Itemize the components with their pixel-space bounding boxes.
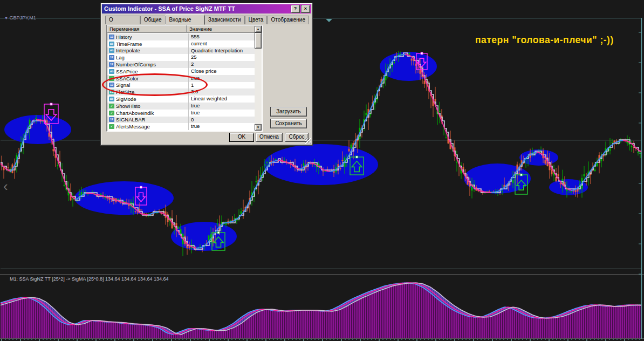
load-button[interactable]: Загрузить	[270, 107, 307, 117]
table-row[interactable]: abTimeFramecurrent	[107, 40, 255, 47]
param-type-icon: 12	[109, 62, 114, 67]
param-name: AlertsMessage	[116, 124, 150, 129]
table-scrollbar[interactable]: ▲ ▼	[255, 26, 262, 131]
param-type-icon: ab	[109, 42, 114, 46]
column-header-variable[interactable]: Переменная	[107, 25, 187, 33]
tab-о-программе[interactable]: О программе	[105, 16, 140, 24]
table-row[interactable]: abSSAPriceClose price	[107, 68, 255, 75]
param-name: Interpolate	[116, 47, 140, 53]
close-icon[interactable]: ×	[301, 5, 310, 13]
param-name: SIGNALBAR	[116, 117, 145, 122]
param-value[interactable]: 2	[188, 61, 255, 68]
indicator-subwindow-label: M1: SSA SigNZ TT [25*2] -> SigMA [25*0.8…	[10, 276, 169, 282]
table-row[interactable]: 12SIGNALBAR0	[107, 117, 255, 124]
table-row[interactable]: abSigModeLinear weighted	[107, 96, 255, 103]
svg-text:патерн "голова-и-плечи" ;-)): патерн "голова-и-плечи" ;-))	[475, 35, 614, 45]
param-type-icon: ✓	[109, 124, 114, 129]
scrollbar-thumb[interactable]	[255, 32, 262, 49]
resize-grip[interactable]	[305, 138, 311, 144]
dialog-tabs: О программеОбщиеВходные параметрыЗависим…	[105, 15, 309, 24]
param-value[interactable]: true	[188, 103, 255, 110]
symbol-text: GBPJPY,M1	[9, 15, 36, 21]
param-type-icon: 12	[109, 35, 114, 39]
help-icon[interactable]: ?	[291, 5, 300, 13]
param-type-icon: 12	[109, 117, 114, 122]
param-type-icon: ab	[109, 48, 114, 53]
scroll-down-icon[interactable]: ▼	[255, 124, 262, 131]
tab-входные-параметры[interactable]: Входные параметры	[166, 15, 204, 25]
table-row[interactable]: ✓ChartAboveIndiktrue	[107, 110, 255, 117]
param-type-icon: ✓	[109, 111, 114, 115]
param-name: NumberOfComps	[116, 62, 156, 67]
red-annotation-ellipse	[102, 73, 208, 96]
tab-отображение[interactable]: Отображение	[267, 16, 309, 24]
tab-цвета[interactable]: Цвета	[245, 16, 268, 24]
chart-back-chevron[interactable]: ‹	[3, 178, 8, 195]
param-value[interactable]: Close price	[188, 68, 255, 75]
param-value[interactable]: 555	[188, 33, 255, 40]
table-row[interactable]: ✓AlertsMessagetrue	[107, 123, 255, 130]
table-row[interactable]: 12Lag25	[107, 54, 255, 61]
cancel-button[interactable]: Отмена	[256, 133, 283, 142]
table-header: Переменная Значение	[107, 25, 262, 33]
param-value[interactable]: 0	[188, 117, 255, 124]
mt4-window: патерн "голова-и-плечи" ;-)) ▼ GBPJPY,M1…	[0, 0, 644, 341]
param-name: TimeFrame	[116, 41, 142, 47]
param-name: Lag	[116, 54, 125, 60]
param-name: ShowHisto	[116, 103, 140, 109]
param-type-icon: ab	[109, 69, 114, 74]
param-name: ChartAboveIndik	[116, 110, 154, 116]
param-type-icon: ab	[109, 97, 114, 101]
param-type-icon: ✓	[109, 104, 114, 108]
chevron-down-icon: ▼	[4, 16, 8, 20]
save-button[interactable]: Сохранить	[270, 119, 307, 128]
param-value[interactable]: 25	[188, 54, 255, 61]
ok-button[interactable]: OK	[229, 133, 254, 142]
param-value[interactable]: current	[188, 40, 255, 47]
chart-symbol-label: ▼ GBPJPY,M1	[4, 15, 36, 21]
dialog-title: Custom Indicator - SSA of Price SigNZ MT…	[104, 4, 235, 13]
param-value[interactable]: Linear weighted	[188, 96, 255, 103]
param-value[interactable]: true	[188, 123, 255, 130]
tab-общие[interactable]: Общие	[140, 16, 166, 24]
table-row[interactable]: 12History555	[107, 33, 255, 40]
column-header-value[interactable]: Значение	[187, 25, 262, 33]
scroll-up-icon[interactable]: ▲	[255, 26, 262, 32]
dialog-titlebar[interactable]: Custom Indicator - SSA of Price SigNZ MT…	[102, 4, 311, 13]
table-row[interactable]: abInterpolateQuadratic Interpolation	[107, 47, 255, 54]
tab-зависимости[interactable]: Зависимости	[204, 16, 245, 24]
table-row[interactable]: ✓ShowHistotrue	[107, 103, 255, 110]
param-name: History	[116, 34, 132, 40]
param-value[interactable]: Quadratic Interpolation	[188, 47, 255, 54]
param-value[interactable]: true	[188, 110, 255, 117]
param-type-icon: 12	[109, 55, 114, 60]
table-row[interactable]: 12NumberOfComps2	[107, 61, 255, 68]
price-chart-canvas[interactable]: патерн "голова-и-плечи" ;-))	[0, 0, 644, 341]
param-name: SSAPrice	[116, 69, 138, 74]
param-name: SigMode	[116, 96, 136, 102]
